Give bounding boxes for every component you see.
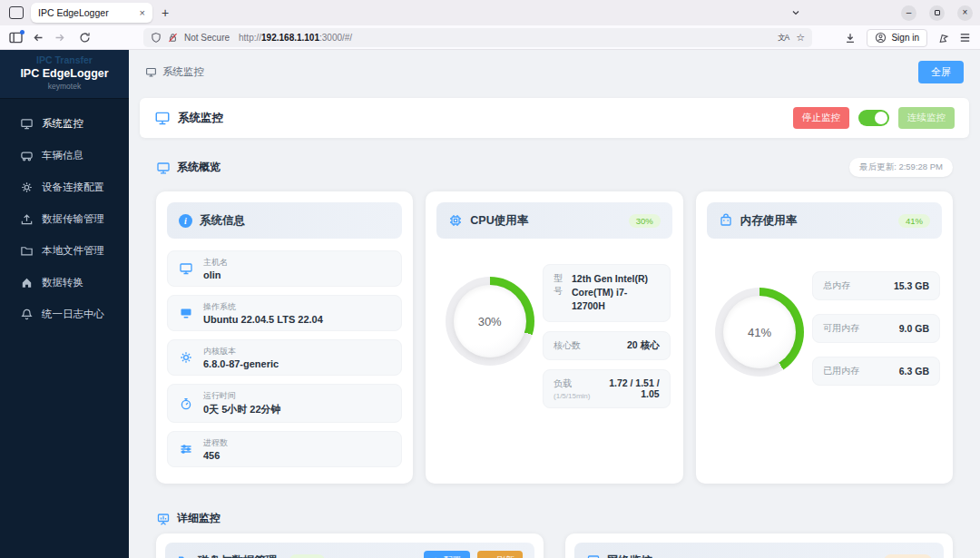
notification-dot <box>20 30 24 34</box>
folder-icon <box>177 553 191 558</box>
network-monitor-card: 网络监控 0.0 MB/s <box>565 534 953 558</box>
sidebar: IPC Transfer IPC EdgeLogger keymotek 系统监… <box>0 50 129 558</box>
overview-section-header: 系统概览 最后更新: 2:59:28 PM <box>156 158 953 177</box>
info-icon: i <box>179 214 192 228</box>
browser-titlebar: IPC EdgeLogger × + – × <box>0 0 980 25</box>
shield-icon[interactable] <box>151 32 162 44</box>
window-close-icon[interactable]: × <box>957 5 973 21</box>
disk-card-title: 磁盘与数据管理 <box>198 553 278 558</box>
sidebar-item-log-center[interactable]: 统一日志中心 <box>0 299 129 330</box>
sidebar-item-data-convert[interactable]: 数据转换 <box>0 267 129 299</box>
sysinfo-row-uptime: 运行时间0天 5小时 22分钟 <box>167 384 402 423</box>
insecure-lock-icon[interactable] <box>167 32 179 44</box>
overview-section-title: 系统概览 <box>177 160 220 175</box>
cpu-load-row: 负载 (1/5/15min) 1.72 / 1.51 / 1.05 <box>543 369 671 408</box>
download-icon[interactable] <box>844 32 857 44</box>
memory-icon <box>719 213 733 228</box>
memory-total-row: 总内存 15.3 GB <box>812 271 940 300</box>
cpu-usage-card: CPU使用率 30% 30% 型号 12th Gen Intel(R) Core… <box>426 191 682 484</box>
extensions-icon[interactable] <box>937 32 949 44</box>
control-card-title: 系统监控 <box>178 111 223 126</box>
disk-data-card: 磁盘与数据管理 38.0% ⚙配置 ↻刷新 <box>156 534 544 558</box>
page-title: 系统监控 <box>162 65 204 79</box>
page-header: 系统监控 全屏 <box>129 50 980 91</box>
forward-icon[interactable] <box>54 32 66 44</box>
browser-tab[interactable]: IPC EdgeLogger × <box>31 3 152 23</box>
monitor-toggle[interactable] <box>858 110 889 126</box>
presentation-board-icon <box>156 512 171 526</box>
minimize-icon[interactable]: – <box>901 5 916 21</box>
network-card-title: 网络监控 <box>607 553 652 558</box>
detail-section-title: 详细监控 <box>177 511 220 526</box>
maximize-icon[interactable] <box>929 5 945 21</box>
monitor-icon <box>156 161 171 175</box>
sidebar-item-device-config[interactable]: 设备连接配置 <box>0 171 129 203</box>
sliders-icon <box>179 442 193 456</box>
monitor-icon <box>145 66 157 78</box>
reload-icon[interactable] <box>79 32 91 44</box>
tab-close-icon[interactable]: × <box>140 7 145 18</box>
sidebar-menu: 系统监控 车辆信息 设备连接配置 数据传输管理 本地文件管理 数据转换 <box>0 99 129 330</box>
disk-usage-badge: 38.0% <box>289 554 326 558</box>
stop-monitor-button[interactable]: 停止监控 <box>793 107 849 129</box>
network-rate-badge: 0.0 MB/s <box>884 554 933 558</box>
cpu-gauge-label: 30% <box>478 315 502 328</box>
sidebar-toggle-icon[interactable] <box>9 32 23 44</box>
hamburger-icon[interactable] <box>959 33 971 43</box>
star-icon[interactable]: ☆ <box>796 32 805 44</box>
sysinfo-row-os: 操作系统Ubuntu 22.04.5 LTS 22.04 <box>167 295 402 331</box>
last-update-badge: 最后更新: 2:59:28 PM <box>849 158 953 177</box>
fullscreen-button[interactable]: 全屏 <box>918 61 964 83</box>
sidebar-item-data-transfer[interactable]: 数据传输管理 <box>0 203 129 235</box>
folder-icon <box>20 244 34 258</box>
back-icon[interactable] <box>32 32 44 44</box>
memory-usage-card: 内存使用率 41% 41% 总内存 15.3 GB <box>696 191 953 484</box>
not-secure-label: Not Secure <box>184 33 230 43</box>
sidebar-item-vehicle-info[interactable]: 车辆信息 <box>0 140 129 171</box>
disk-config-button[interactable]: ⚙配置 <box>424 551 470 558</box>
firefox-view-icon[interactable] <box>9 6 24 19</box>
sysinfo-row-processes: 进程数456 <box>167 431 402 467</box>
cpu-gauge: 30% <box>446 277 534 366</box>
sidebar-item-system-monitor[interactable]: 系统监控 <box>0 108 129 140</box>
cpu-model-row: 型号 12th Gen Intel(R) Core(TM) i7-12700H <box>543 264 671 322</box>
translate-icon[interactable]: 文A <box>778 33 789 44</box>
sidebar-header: IPC Transfer IPC EdgeLogger keymotek <box>0 50 129 99</box>
memory-available-row: 可用内存 9.0 GB <box>812 314 940 343</box>
vehicle-icon <box>20 149 34 162</box>
browser-toolbar: Not Secure http://192.168.1.101:3000/#/ … <box>0 25 980 50</box>
memory-gauge-label: 41% <box>748 326 771 339</box>
detail-section-header: 详细监控 <box>156 511 953 526</box>
chevron-down-icon[interactable] <box>790 7 801 18</box>
display-icon <box>179 306 193 320</box>
bell-icon <box>20 308 34 321</box>
stopwatch-icon <box>179 396 193 411</box>
url-bar[interactable]: Not Secure http://192.168.1.101:3000/#/ … <box>143 28 812 47</box>
sign-in-label: Sign in <box>891 33 919 43</box>
continuous-monitor-button[interactable]: 连续监控 <box>898 107 955 129</box>
monitor-control-card: 系统监控 停止监控 连续监控 <box>140 98 969 138</box>
memory-gauge: 41% <box>715 288 804 377</box>
sysinfo-row-hostname: 主机名olin <box>167 250 402 287</box>
memory-percent-badge: 41% <box>898 214 930 228</box>
system-info-title: 系统信息 <box>200 213 245 229</box>
network-icon <box>586 553 601 558</box>
sign-in-button[interactable]: Sign in <box>867 29 927 47</box>
app-title: IPC EdgeLogger <box>0 67 129 80</box>
tab-title: IPC EdgeLogger <box>38 7 132 18</box>
upload-icon <box>20 212 34 226</box>
cpu-icon <box>448 213 463 228</box>
memory-used-row: 已用内存 6.3 GB <box>812 357 940 386</box>
disk-refresh-button[interactable]: ↻刷新 <box>477 551 523 558</box>
new-tab-icon[interactable]: + <box>162 5 169 20</box>
monitor-icon <box>154 110 171 126</box>
main-content: 系统监控 全屏 系统监控 停止监控 连续监控 系统概览 最后更新: 2:59:2… <box>129 50 980 558</box>
sidebar-item-local-files[interactable]: 本地文件管理 <box>0 235 129 267</box>
app-subtitle: keymotek <box>0 82 129 91</box>
app-back-title: IPC Transfer <box>0 54 129 65</box>
monitor-icon <box>179 261 193 276</box>
sysinfo-row-kernel: 内核版本6.8.0-87-generic <box>167 339 402 376</box>
cpu-card-title: CPU使用率 <box>470 213 528 229</box>
gear-icon <box>20 181 34 194</box>
monitor-icon <box>20 117 34 131</box>
